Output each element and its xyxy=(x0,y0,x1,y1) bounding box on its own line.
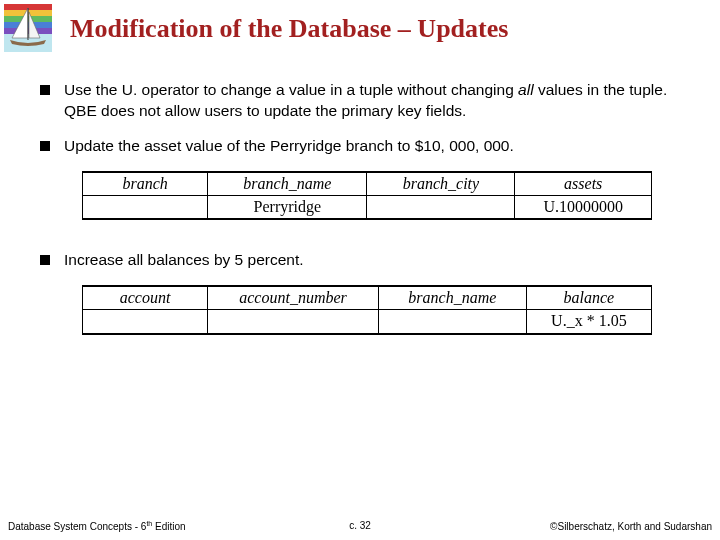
text-fragment: Use the U. operator to change a value in… xyxy=(64,81,518,98)
bullet-text: Increase all balances by 5 percent. xyxy=(64,250,304,271)
slide-content: Use the U. operator to change a value in… xyxy=(40,80,690,351)
cell xyxy=(83,195,208,219)
bullet-item: Increase all balances by 5 percent. xyxy=(40,250,690,271)
sailboat-icon xyxy=(4,4,52,52)
bullet-square-icon xyxy=(40,255,50,265)
svg-rect-8 xyxy=(28,8,29,40)
col-header: account_number xyxy=(208,286,379,310)
col-header: branch_city xyxy=(367,172,515,196)
qbe-table-branch: branch branch_name branch_city assets Pe… xyxy=(82,171,690,221)
cell xyxy=(378,310,526,334)
emphasis-text: all xyxy=(518,81,534,98)
slide-footer: Database System Concepts - 6th Edition c… xyxy=(8,520,712,532)
cell: Perryridge xyxy=(208,195,367,219)
book-logo xyxy=(4,4,52,52)
slide-title: Modification of the Database – Updates xyxy=(70,14,700,44)
cell: U._x * 1.05 xyxy=(526,310,651,334)
bullet-square-icon xyxy=(40,141,50,151)
col-header: assets xyxy=(515,172,652,196)
col-header: branch xyxy=(83,172,208,196)
table: account account_number branch_name balan… xyxy=(82,285,652,335)
col-header: branch_name xyxy=(378,286,526,310)
table-row: Perryridge U.10000000 xyxy=(83,195,652,219)
table-header-row: branch branch_name branch_city assets xyxy=(83,172,652,196)
bullet-item: Use the U. operator to change a value in… xyxy=(40,80,690,122)
table-header-row: account account_number branch_name balan… xyxy=(83,286,652,310)
col-header: balance xyxy=(526,286,651,310)
cell xyxy=(208,310,379,334)
footer-center: c. 32 xyxy=(8,520,712,531)
cell: U.10000000 xyxy=(515,195,652,219)
col-header: branch_name xyxy=(208,172,367,196)
cell xyxy=(83,310,208,334)
table: branch branch_name branch_city assets Pe… xyxy=(82,171,652,221)
table-row: U._x * 1.05 xyxy=(83,310,652,334)
cell xyxy=(367,195,515,219)
spacer xyxy=(40,236,690,250)
bullet-text: Update the asset value of the Perryridge… xyxy=(64,136,514,157)
bullet-square-icon xyxy=(40,85,50,95)
col-header: account xyxy=(83,286,208,310)
bullet-item: Update the asset value of the Perryridge… xyxy=(40,136,690,157)
qbe-table-account: account account_number branch_name balan… xyxy=(82,285,690,335)
bullet-text: Use the U. operator to change a value in… xyxy=(64,80,690,122)
slide: Modification of the Database – Updates U… xyxy=(0,0,720,540)
